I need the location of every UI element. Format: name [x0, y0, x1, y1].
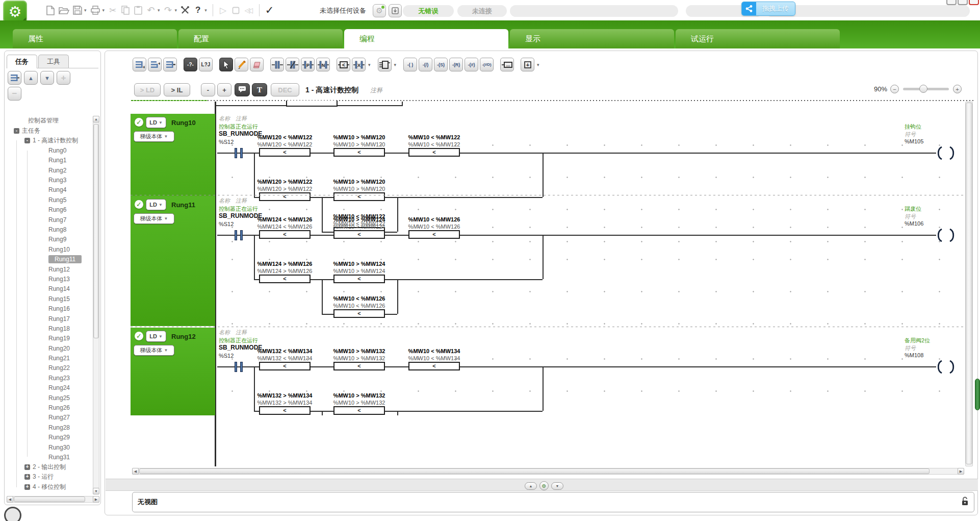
tree-item[interactable]: +2 - 输出控制: [6, 462, 92, 472]
help-dropdown-icon[interactable]: ▾: [204, 8, 207, 13]
rung-canvas-Rung11[interactable]: 名称注释控制器正在运行SB_RUNMODE%S12%MW124 < %MW126…: [217, 196, 963, 326]
rung-language-dropdown[interactable]: LD▼: [146, 117, 166, 128]
comment-toggle-button[interactable]: [235, 83, 250, 96]
tools-icon[interactable]: [180, 4, 190, 17]
drag-upload-button[interactable]: 拖拽上传: [741, 2, 795, 16]
pencil-tool-icon[interactable]: [235, 58, 248, 71]
coil-num-icon[interactable]: -(#): [465, 58, 478, 71]
select-tool-icon[interactable]: [219, 58, 233, 71]
move-up-icon[interactable]: ▲: [24, 71, 38, 85]
tree-item-rung[interactable]: Rung29: [6, 433, 92, 442]
rung-body-dropdown[interactable]: 梯级本体▼: [134, 345, 174, 356]
compare-block[interactable]: <: [408, 362, 460, 370]
tree-item-rung[interactable]: Rung22: [6, 363, 92, 373]
tree-item-label[interactable]: Rung1: [48, 157, 66, 164]
tree-item-rung[interactable]: Rung1: [6, 156, 92, 165]
tree-item-rung[interactable]: Rung2: [6, 165, 92, 175]
edge-scroll-thumb[interactable]: [975, 379, 980, 410]
rung-list-icon[interactable]: [8, 71, 21, 85]
tree-item-label[interactable]: Rung4: [48, 186, 66, 193]
tab-配置[interactable]: 配置: [178, 29, 343, 48]
coil-symbol[interactable]: [935, 146, 957, 162]
tree-item-label[interactable]: Rung15: [48, 295, 70, 303]
tree-item-label[interactable]: Rung25: [48, 394, 70, 402]
print-dropdown-icon[interactable]: ▾: [102, 8, 105, 13]
function-block-dropdown-icon[interactable]: ▾: [394, 62, 397, 67]
tree-item-label[interactable]: Rung31: [48, 454, 70, 461]
import-program-icon[interactable]: [389, 4, 402, 17]
tab-属性[interactable]: 属性: [13, 29, 177, 48]
coil-reset-icon[interactable]: -(R): [449, 58, 463, 71]
tree-item-label[interactable]: Rung13: [48, 276, 70, 283]
tree-item-label[interactable]: Rung6: [48, 206, 66, 213]
tree-item-rung[interactable]: Rung3: [6, 175, 92, 185]
tree-item[interactable]: -1 - 高速计数控制: [6, 136, 92, 145]
undo-icon[interactable]: ↶: [146, 4, 156, 17]
tree-item-rung[interactable]: Rung8: [6, 225, 92, 234]
ladder-vscroll-thumb[interactable]: [966, 103, 972, 464]
tree-item-label[interactable]: Rung17: [48, 315, 70, 322]
coil-symbol[interactable]: [935, 229, 957, 244]
tree-item-rung[interactable]: Rung18: [6, 324, 92, 333]
tree-item-label[interactable]: Rung18: [48, 325, 70, 332]
contact-falling-icon[interactable]: N: [316, 58, 330, 71]
tree-item-rung[interactable]: Rung16: [6, 304, 92, 313]
sidebar-vscroll-thumb[interactable]: [93, 124, 99, 338]
tab-显示[interactable]: 显示: [510, 29, 674, 48]
function-block-icon[interactable]: [378, 58, 392, 71]
ladder-hscroll-thumb[interactable]: [139, 468, 930, 474]
tree-item-label[interactable]: Rung8: [48, 226, 66, 233]
rung-language-dropdown[interactable]: LD▼: [146, 331, 166, 342]
tree-item-label[interactable]: Rung19: [48, 335, 70, 342]
tree-item-label[interactable]: Rung5: [48, 196, 66, 204]
tree-item-rung[interactable]: Rung15: [6, 294, 92, 304]
add-icon[interactable]: +: [57, 71, 70, 85]
tab-编程[interactable]: 编程: [344, 29, 508, 48]
tree-item-label[interactable]: 4 - 移位控制: [33, 483, 66, 491]
minimize-button[interactable]: [946, 0, 957, 5]
tree-item[interactable]: 控制器管理: [6, 116, 92, 126]
compare-block[interactable]: <: [408, 148, 460, 157]
tree-item-label[interactable]: Rung9: [48, 236, 66, 243]
special-contact-dropdown-icon[interactable]: ▾: [368, 62, 371, 67]
compare-block[interactable]: <: [259, 406, 311, 415]
zoom-out-button[interactable]: -: [201, 83, 215, 96]
tree-item-label[interactable]: Rung22: [48, 364, 70, 371]
unknown-coil-icon[interactable]: L?J: [199, 58, 213, 71]
tree-item[interactable]: +3 - 运行: [6, 472, 92, 482]
tree-item[interactable]: -主任务: [6, 126, 92, 135]
zoom-slider-handle[interactable]: [919, 85, 927, 93]
coil-negated-icon[interactable]: -(/): [419, 58, 432, 71]
sidebar-hscroll-thumb[interactable]: [14, 497, 85, 502]
save-dropdown-icon[interactable]: ▾: [84, 8, 87, 13]
tree-item-rung[interactable]: Rung25: [6, 393, 92, 403]
coil-icon[interactable]: -( ): [403, 58, 417, 71]
open-file-icon[interactable]: [59, 4, 69, 17]
view-ld-button[interactable]: > LD: [134, 83, 161, 96]
pane-up-icon[interactable]: ▲: [525, 482, 537, 490]
compare-block[interactable]: <: [333, 230, 385, 239]
compare-block[interactable]: <: [333, 406, 385, 415]
zoom-in-button[interactable]: +: [217, 83, 231, 96]
tree-item-rung[interactable]: Rung11: [6, 254, 92, 264]
tree-item-label[interactable]: 主任务: [22, 127, 40, 135]
cut-icon[interactable]: ✂: [108, 4, 117, 17]
tree-item-rung[interactable]: Rung30: [6, 442, 92, 452]
collapse-icon[interactable]: -: [24, 138, 30, 143]
compare-block[interactable]: <: [333, 309, 385, 318]
scroll-left-icon[interactable]: ◀: [132, 468, 139, 475]
paste-icon[interactable]: [134, 4, 143, 17]
compare-block-icon[interactable]: <: [337, 58, 350, 71]
tree-item-rung[interactable]: Rung23: [6, 373, 92, 383]
tree-item-label[interactable]: Rung28: [48, 424, 70, 431]
tree-item-label[interactable]: 控制器管理: [28, 116, 59, 125]
rung-canvas-Rung12[interactable]: 名称注释控制器正在运行SB_RUNMODE%S12%MW132 < %MW134…: [217, 328, 963, 415]
dec-format-button[interactable]: DEC: [271, 83, 299, 96]
rung-body-dropdown[interactable]: 梯级本体▼: [134, 131, 174, 142]
compare-block[interactable]: <: [333, 148, 385, 157]
sidebar-tab-工具[interactable]: 工具: [38, 55, 69, 68]
scroll-up-icon[interactable]: ▲: [93, 116, 99, 122]
coil-set-icon[interactable]: -(S): [434, 58, 448, 71]
delete-rung-icon[interactable]: [163, 58, 177, 71]
tree-item-rung[interactable]: Rung14: [6, 284, 92, 294]
